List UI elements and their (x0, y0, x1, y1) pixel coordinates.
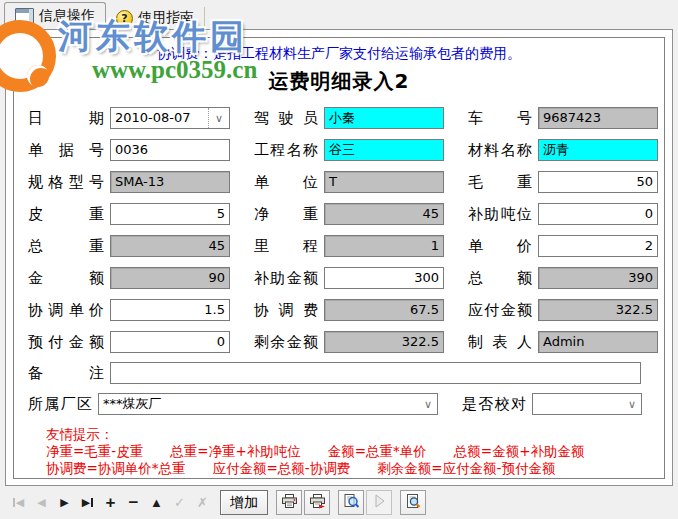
form-row: 协调单价 1.5 协 调 费 67.5 应付金额 322.5 (14, 294, 664, 326)
record-navigator-toolbar: ◀ ◀ ▶ ▶ + − ▲ ✓ ✗ 增加 (0, 486, 678, 519)
date-label: 日 期 (28, 109, 104, 128)
unit-price-field[interactable]: 2 (538, 235, 658, 257)
prepaid-amount-label: 预付金额 (28, 333, 104, 352)
form-row: 所属厂区 ***煤灰厂 ∨ 是否校对 ∨ (14, 388, 664, 420)
tare-weight-label: 皮 重 (28, 205, 104, 224)
doc-no-label: 单 据 号 (28, 141, 104, 160)
coord-unit-price-field[interactable]: 1.5 (110, 299, 230, 321)
total-weight-label: 总 重 (28, 237, 104, 256)
form-row: 日 期 2010-08-07 ∨ 驾 驶 员 小秦 车 号 9687423 (14, 102, 664, 134)
truck-no-field: 9687423 (538, 107, 658, 129)
nav-delete-button[interactable]: − (122, 491, 145, 514)
remaining-amount-label: 剩余金额 (254, 333, 318, 352)
driver-label: 驾 驶 员 (254, 109, 318, 128)
nav-post-button: ✓ (168, 491, 191, 514)
doc-no-field[interactable]: 0036 (110, 139, 230, 161)
amount-label: 金 额 (28, 269, 104, 288)
subsidy-tonnage-label: 补助吨位 (468, 205, 532, 224)
form-row: 备 注 (14, 358, 664, 388)
material-name-field[interactable]: 沥青 (538, 139, 658, 161)
mileage-field: 1 (324, 235, 444, 257)
app-window: 信息操作 ? 使用指南 协调费：是指工程材料生产厂家支付给运输承包者的费用。 运… (0, 0, 678, 519)
coordination-fee-label: 协 调 费 (254, 301, 318, 320)
preparer-field: Admin (538, 331, 658, 353)
nav-last-button[interactable]: ▶ (76, 491, 99, 514)
form-icon (15, 8, 34, 25)
friendly-tips: 友情提示： 净重=毛重-皮重 总重=净重+补助吨位 金额=总重*单价 总额=金额… (46, 426, 664, 477)
play-icon (371, 493, 388, 512)
truck-no-label: 车 号 (468, 109, 532, 128)
view-report-button[interactable] (400, 490, 426, 515)
mileage-label: 里 程 (254, 237, 318, 256)
subsidy-tonnage-field[interactable]: 0 (538, 203, 658, 225)
help-icon: ? (116, 10, 133, 27)
form-row: 单 据 号 0036 工程名称 谷三 材料名称 沥青 (14, 134, 664, 166)
tab-label: 信息操作 (39, 7, 95, 25)
unit-price-label: 单 价 (468, 237, 532, 256)
date-value: 2010-08-07 (111, 108, 208, 128)
remaining-amount-field: 322.5 (324, 331, 444, 353)
tab-user-guide[interactable]: ? 使用指南 (106, 7, 205, 29)
tab-page: 协调费：是指工程材料生产厂家支付给运输承包者的费用。 运费明细录入2 日 期 2… (5, 29, 673, 486)
tips-line: 协调费=协调单价*总重 应付金额=总额-协调费 剩余金额=应付金额-预付金额 (46, 460, 664, 477)
chevron-down-icon[interactable]: ∨ (419, 398, 437, 411)
checked-combo[interactable]: ∨ (532, 393, 642, 415)
unit-field: T (324, 171, 444, 193)
print-export-button[interactable] (304, 490, 330, 515)
project-name-field[interactable]: 谷三 (324, 139, 444, 161)
nav-insert-button[interactable]: + (99, 491, 122, 514)
tips-heading: 友情提示： (46, 426, 664, 443)
print-button[interactable] (276, 490, 302, 515)
date-field[interactable]: 2010-08-07 ∨ (110, 107, 230, 129)
nav-next-button[interactable]: ▶ (53, 491, 76, 514)
tab-info-operations[interactable]: 信息操作 (4, 2, 106, 29)
chevron-down-icon[interactable]: ∨ (623, 398, 641, 411)
subsidy-amount-field[interactable]: 300 (324, 267, 444, 289)
form-row: 金 额 90 补助金额 300 总 额 390 (14, 262, 664, 294)
factory-area-combo[interactable]: ***煤灰厂 ∨ (98, 393, 438, 415)
preparer-label: 制 表 人 (468, 333, 532, 352)
chevron-down-icon[interactable]: ∨ (208, 108, 229, 128)
gross-weight-label: 毛 重 (468, 173, 532, 192)
form-row: 皮 重 5 净 重 45 补助吨位 0 (14, 198, 664, 230)
unit-label: 单 位 (254, 173, 318, 192)
nav-prior-button: ◀ (30, 491, 53, 514)
payable-amount-label: 应付金额 (468, 301, 532, 320)
project-name-label: 工程名称 (254, 141, 318, 160)
form-row: 预付金额 0 剩余金额 322.5 制 表 人 Admin (14, 326, 664, 358)
factory-area-label: 所属厂区 (28, 395, 92, 414)
print-preview-button[interactable] (338, 490, 364, 515)
checked-label: 是否校对 (462, 395, 526, 414)
nav-first-button: ◀ (7, 491, 30, 514)
total-amount-field: 390 (538, 267, 658, 289)
printer-arrow-icon (309, 493, 326, 512)
prepaid-amount-field[interactable]: 0 (110, 331, 230, 353)
nav-edit-button[interactable]: ▲ (145, 491, 168, 514)
remark-label: 备 注 (28, 364, 104, 383)
preview-next-button (366, 490, 392, 515)
tab-label: 使用指南 (138, 9, 194, 27)
total-amount-label: 总 额 (468, 269, 532, 288)
driver-field[interactable]: 小秦 (324, 107, 444, 129)
printer-icon (281, 493, 298, 512)
coordination-fee-field: 67.5 (324, 299, 444, 321)
material-name-label: 材料名称 (468, 141, 532, 160)
form-row: 总 重 45 里 程 1 单 价 2 (14, 230, 664, 262)
total-weight-field: 45 (110, 235, 230, 257)
print-preview-icon (343, 493, 360, 512)
add-button[interactable]: 增加 (220, 490, 268, 515)
form-panel: 协调费：是指工程材料生产厂家支付给运输承包者的费用。 运费明细录入2 日 期 2… (13, 37, 665, 479)
net-weight-field: 45 (324, 203, 444, 225)
remark-field[interactable] (110, 362, 641, 384)
nav-cancel-button: ✗ (191, 491, 214, 514)
page-title: 运费明细录入2 (14, 68, 664, 95)
gross-weight-field[interactable]: 50 (538, 171, 658, 193)
spec-model-label: 规格型号 (28, 173, 104, 192)
document-search-icon (405, 493, 422, 512)
factory-area-value: ***煤灰厂 (103, 395, 419, 413)
spec-model-field: SMA-13 (110, 171, 230, 193)
tare-weight-field[interactable]: 5 (110, 203, 230, 225)
coord-unit-price-label: 协调单价 (28, 301, 104, 320)
amount-field: 90 (110, 267, 230, 289)
subsidy-amount-label: 补助金额 (254, 269, 318, 288)
